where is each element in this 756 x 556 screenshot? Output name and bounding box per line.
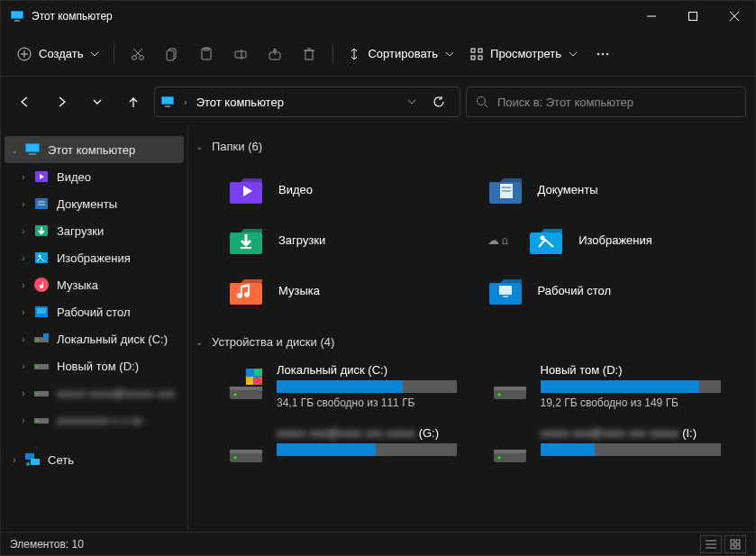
chevron-right-icon[interactable]: › [14,199,33,209]
cut-button[interactable] [122,38,154,70]
up-button[interactable] [118,87,149,117]
sidebar-item[interactable]: ›Локальный диск (C:) [5,325,184,352]
refresh-button[interactable] [424,87,454,117]
close-button[interactable] [714,1,755,32]
sidebar-item-label: Видео [57,170,91,184]
folder-item[interactable]: Рабочий стол [484,265,743,315]
copy-icon [165,47,179,61]
folder-item[interactable]: Документы [484,164,743,214]
copy-button[interactable] [156,38,188,70]
folder-item[interactable]: Загрузки [224,214,484,265]
svg-point-64 [26,462,30,466]
this-pc-icon [160,95,175,109]
svg-rect-22 [305,50,313,59]
folder-icon [228,274,264,306]
chevron-right-icon[interactable]: › [14,172,33,182]
sidebar-item[interactable]: ›Документы [5,190,184,217]
chevron-down-icon: ⌄ [196,141,203,151]
rename-button[interactable] [224,38,257,70]
search-box[interactable]: Поиск в: Этот компьютер [466,87,746,117]
svg-rect-44 [35,198,48,209]
chevron-right-icon[interactable]: › [5,455,24,465]
trash-icon [302,47,316,61]
more-button[interactable] [587,38,619,70]
folder-label: Видео [278,183,313,196]
folder-item[interactable]: Музыка [224,265,484,315]
maximize-button[interactable] [672,1,714,32]
drive-item[interactable]: xxxxx xxx@xxxx xxx xxxxx (I:) [488,423,743,480]
sidebar-item[interactable]: ›Новый том (D:) [5,352,184,379]
sidebar-item-label: Загрузки [57,224,104,238]
sidebar-item-label: xxxxxxxxx x x xx [57,414,142,427]
view-button[interactable]: Просмотреть [463,38,585,70]
sidebar-item[interactable]: ›Рабочий стол [5,298,184,325]
sidebar-item[interactable]: ›Видео [5,163,184,190]
new-button[interactable]: Создать [10,38,106,70]
svg-rect-35 [162,97,173,104]
usage-bar [541,380,721,393]
chevron-right-icon[interactable]: › [14,307,33,317]
svg-point-90 [497,393,500,396]
svg-point-59 [36,393,38,395]
chevron-right-icon[interactable]: › [14,253,33,263]
drive-item[interactable]: xxxxx xxx@xxxx xxx xxxxx (G:) [224,423,479,480]
delete-button[interactable] [293,38,325,70]
svg-rect-89 [494,387,526,390]
sidebar-item[interactable]: ›Загрузки [5,217,184,244]
search-icon [476,96,488,108]
status-bar: Элементов: 10 [1,532,755,555]
sidebar-item-this-pc[interactable]: ⌄ Этот компьютер [5,136,184,163]
sidebar-item-label: Рабочий стол [57,305,131,319]
recent-button[interactable] [82,87,113,117]
nav-row: › Этот компьютер Поиск в: Этот компьютер [1,77,755,127]
breadcrumb-root[interactable]: Этот компьютер [196,96,284,109]
forward-button[interactable] [46,87,77,117]
titlebar[interactable]: Этот компьютер [1,1,755,32]
minimize-button[interactable] [631,1,672,32]
chevron-right-icon[interactable]: › [14,361,33,371]
paste-button[interactable] [190,38,223,70]
svg-rect-81 [230,387,262,390]
chevron-down-icon[interactable]: ⌄ [5,145,24,155]
svg-rect-84 [246,369,253,376]
sort-button[interactable]: Сортировать [341,38,461,70]
folder-item[interactable]: ☁ ⩍Изображения [484,214,743,265]
tiles-view-button[interactable] [724,535,746,553]
drive-item[interactable]: Новый том (D:)19,2 ГБ свободно из 149 ГБ [488,360,743,417]
rename-icon [233,47,248,61]
svg-rect-36 [165,105,170,107]
sidebar-item[interactable]: ›Музыка [5,271,184,298]
chevron-down-icon [445,50,454,59]
svg-rect-74 [530,232,562,254]
folder-icon [33,277,50,293]
sidebar-item-network[interactable]: › Сеть [5,446,184,473]
back-button[interactable] [10,87,41,117]
folder-icon [228,173,264,205]
group-header-drives[interactable]: ⌄ Устройства и диски (4) [188,332,751,352]
share-button[interactable] [259,38,291,70]
folder-icon [487,173,524,205]
details-view-button[interactable] [700,535,722,553]
folder-icon [33,169,50,185]
drive-item[interactable]: Локальный диск (C:)34,1 ГБ свободно из 1… [224,360,479,417]
sidebar-item[interactable]: ›Изображения [5,244,184,271]
sidebar-item-hidden[interactable]: ›xxxxxxxxx x x xx [5,406,184,433]
drive-icon [33,412,50,428]
view-icon [470,48,483,60]
sidebar-item-label: xxxxx xxxx@xxxxx xxx [57,387,175,400]
chevron-right-icon[interactable]: › [14,280,33,290]
chevron-right-icon[interactable]: › [14,334,33,344]
chevron-down-icon[interactable] [407,97,416,106]
address-bar[interactable]: › Этот компьютер [154,87,460,117]
folder-item[interactable]: Видео [224,164,484,214]
svg-rect-48 [35,252,48,263]
drive-name: xxxxx xxx@xxxx xxx xxxxx (G:) [277,426,476,440]
svg-line-38 [485,105,487,107]
sidebar-item-hidden[interactable]: ›xxxxx xxxx@xxxxx xxx [5,379,184,406]
svg-point-11 [140,55,144,59]
svg-point-50 [34,278,49,292]
svg-rect-87 [254,377,262,385]
chevron-right-icon[interactable]: › [14,226,33,236]
nav-pane: ⌄ Этот компьютер ›Видео›Документы›Загруз… [1,127,188,532]
group-header-folders[interactable]: ⌄ Папки (6) [188,136,751,157]
